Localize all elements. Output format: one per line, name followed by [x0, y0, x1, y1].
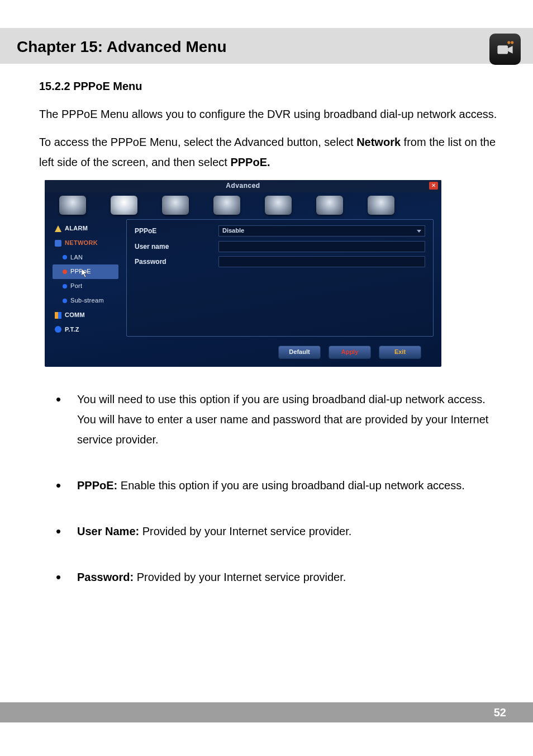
form-label-password: Password [135, 256, 218, 268]
toolbar-button-4[interactable] [213, 196, 240, 215]
svg-rect-0 [497, 45, 508, 54]
apply-button[interactable]: Apply [329, 346, 371, 359]
dvr-form-panel: PPPoE Disable User name Password [126, 219, 434, 337]
dvr-sidebar: ALARM NETWORK LAN PPPoE Port Sub-stream … [53, 219, 118, 337]
password-input[interactable] [218, 256, 425, 267]
sidebar-label-network: NETWORK [65, 238, 98, 249]
sidebar-item-alarm[interactable]: ALARM [53, 221, 118, 236]
sidebar-label-comm: COMM [65, 310, 85, 321]
bullet-text-1: You will need to use this option if you … [77, 393, 488, 446]
sidebar-label-lan: LAN [70, 252, 83, 263]
bullet-text-2: Enable this option if you are using broa… [117, 479, 465, 492]
toolbar-button-1[interactable] [59, 196, 86, 215]
bullet-text-3: Provided by your Internet service provid… [139, 525, 351, 537]
dot-icon [63, 270, 67, 274]
toolbar-button-2[interactable] [111, 196, 137, 215]
sidebar-item-port[interactable]: Port [53, 279, 118, 294]
toolbar-button-7[interactable] [368, 196, 394, 215]
sidebar-item-network[interactable]: NETWORK [53, 236, 118, 251]
sidebar-label-ptz: P.T.Z [65, 324, 79, 336]
chapter-title-bar: Chapter 15: Advanced Menu [0, 28, 533, 64]
form-label-pppoe: PPPoE [135, 225, 218, 238]
sidebar-label-substream: Sub-stream [70, 295, 104, 306]
sidebar-item-comm[interactable]: COMM [53, 308, 118, 323]
bullet-list: You will need to use this option if you … [56, 389, 499, 587]
access-paragraph: To access the PPPoE Menu, select the Adv… [39, 132, 499, 172]
svg-marker-1 [508, 46, 513, 54]
comm-icon [55, 312, 61, 319]
svg-point-2 [507, 41, 510, 44]
sidebar-item-substream[interactable]: Sub-stream [53, 294, 118, 308]
sidebar-item-ptz[interactable]: P.T.Z [53, 323, 118, 337]
dvr-window-title: Advanced [45, 180, 441, 192]
dot-icon [63, 299, 67, 303]
cursor-icon [82, 269, 88, 278]
dvr-window-titlebar: Advanced ✕ [45, 180, 441, 192]
default-button[interactable]: Default [278, 346, 321, 359]
list-item: PPPoE: Enable this option if you are usi… [56, 475, 499, 495]
network-icon [55, 240, 61, 247]
sidebar-item-pppoe[interactable]: PPPoE [53, 264, 118, 279]
pppoe-select-value: Disable [222, 225, 244, 237]
list-item: You will need to use this option if you … [56, 389, 499, 450]
alarm-icon [55, 225, 61, 232]
dvr-toolbar [45, 192, 441, 219]
chevron-down-icon [417, 230, 421, 233]
ptz-icon [55, 326, 61, 333]
dot-icon [63, 284, 67, 289]
svg-point-3 [511, 41, 513, 44]
form-label-username: User name [135, 241, 218, 253]
bullet-bold-pppoe: PPPoE: [77, 479, 117, 492]
exit-button[interactable]: Exit [379, 346, 421, 359]
toolbar-button-5[interactable] [265, 196, 292, 215]
toolbar-button-6[interactable] [316, 196, 343, 215]
toolbar-button-3[interactable] [162, 196, 189, 215]
sidebar-label-port: Port [70, 281, 82, 292]
dot-icon [63, 255, 67, 259]
list-item: User Name: Provided by your Internet ser… [56, 521, 499, 541]
camera-icon [489, 34, 521, 65]
username-input[interactable] [218, 241, 425, 252]
chapter-title: Chapter 15: Advanced Menu [17, 38, 494, 56]
access-text-bold-pppoe: PPPoE. [230, 156, 270, 168]
svg-marker-4 [82, 269, 87, 277]
page-footer: 52 [0, 702, 533, 722]
bullet-bold-username: User Name: [77, 525, 139, 537]
pppoe-select[interactable]: Disable [218, 225, 425, 237]
bullet-bold-password: Password: [77, 571, 134, 583]
access-text-bold-network: Network [356, 136, 401, 148]
access-text-pre: To access the PPPoE Menu, select the Adv… [39, 136, 356, 148]
page-number: 52 [494, 706, 506, 719]
section-heading: 15.2.2 PPPoE Menu [39, 76, 499, 96]
bullet-text-4: Provided by your Internet service provid… [134, 571, 346, 583]
dvr-footer: Default Apply Exit [45, 342, 441, 367]
dvr-screenshot: Advanced ✕ ALARM NETWORK LAN PPPoE [45, 180, 441, 367]
close-icon[interactable]: ✕ [429, 182, 438, 190]
intro-paragraph: The PPPoE Menu allows you to configure t… [39, 104, 499, 124]
list-item: Password: Provided by your Internet serv… [56, 567, 499, 587]
sidebar-label-alarm: ALARM [65, 223, 88, 234]
sidebar-item-lan[interactable]: LAN [53, 251, 118, 265]
